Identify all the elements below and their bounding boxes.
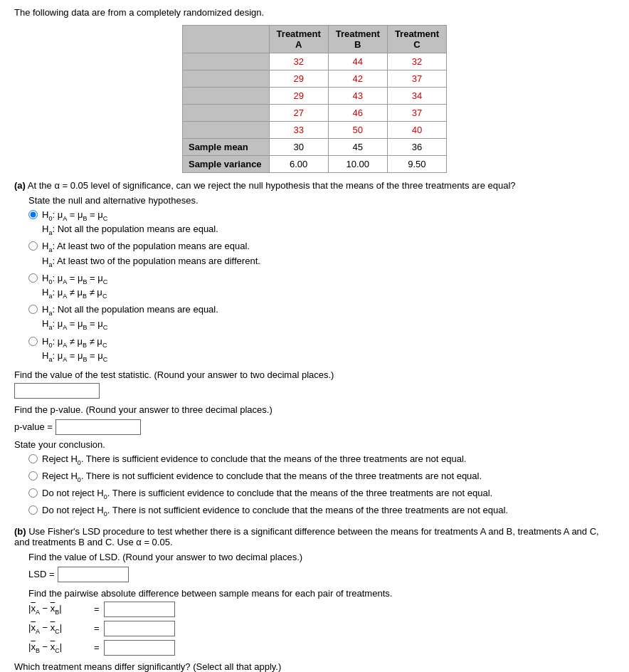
conclusion-radio-2[interactable] (28, 471, 38, 481)
col-header-c: TreatmentC (387, 26, 446, 53)
diff-ab-input[interactable] (104, 602, 175, 617)
hypothesis-option-2: Ha: At least two of the population means… (28, 240, 615, 268)
data-cell-1-0: 29 (269, 70, 328, 88)
conclusion-option-3: Do not reject H0. There is sufficient ev… (28, 487, 615, 501)
sample-variance-2: 9.50 (387, 156, 446, 173)
hypotheses-radio-group: H0: μA = μB = μC Ha: Not all the populat… (28, 209, 615, 364)
part-b-question: (b) Use Fisher's LSD procedure to test w… (14, 526, 615, 547)
sample-mean-1: 45 (328, 139, 387, 156)
data-cell-0-1: 44 (328, 53, 387, 70)
conclusion-option-2: Reject H0. There is not sufficient evide… (28, 470, 615, 484)
part-a-section: (a) At the α = 0.05 level of significanc… (14, 180, 615, 519)
hypothesis-option-3: H0: μA = μB = μC Ha: μA ≠ μB ≠ μC (28, 272, 615, 300)
data-cell-4-2: 40 (387, 122, 446, 139)
conclusion-radio-group: Reject H0. There is sufficient evidence … (28, 453, 615, 519)
sample-mean-0: 30 (269, 139, 328, 156)
state-hypotheses-label: State the null and alternative hypothese… (28, 195, 615, 206)
row-label-2 (182, 88, 269, 105)
find-pairwise-label: Find the pairwise absolute difference be… (28, 588, 615, 599)
diff-ac-row: |xA − xC| = (28, 621, 615, 636)
row-label-0 (182, 53, 269, 70)
diff-bc-label: |xB − xC| (28, 641, 85, 654)
sample-variance-label: Sample variance (182, 156, 269, 173)
hypothesis-radio-4[interactable] (28, 305, 38, 314)
data-table: TreatmentA TreatmentB TreatmentC 3244322… (182, 25, 447, 173)
data-cell-4-0: 33 (269, 122, 328, 139)
data-cell-2-0: 29 (269, 88, 328, 105)
hypothesis-radio-3[interactable] (28, 273, 38, 283)
lsd-label: LSD = (28, 569, 55, 579)
hypothesis-radio-5[interactable] (28, 337, 38, 346)
hypothesis-option-4: Ha: Not all the population means are equ… (28, 303, 615, 332)
data-cell-3-0: 27 (269, 105, 328, 122)
data-cell-1-1: 42 (328, 70, 387, 88)
conclusion-radio-3[interactable] (28, 488, 38, 498)
hypothesis-radio-2[interactable] (28, 241, 38, 251)
lsd-input[interactable] (58, 567, 129, 582)
state-conclusion-label: State your conclusion. (14, 439, 615, 450)
pvalue-label: p-value = (14, 421, 53, 432)
hypothesis-option-1: H0: μA = μB = μC Ha: Not all the populat… (28, 209, 615, 237)
sample-variance-1: 10.00 (328, 156, 387, 173)
diff-ab-label: |xA − xB| (28, 603, 85, 616)
hypothesis-radio-1[interactable] (28, 210, 38, 219)
col-header-b: TreatmentB (328, 26, 387, 53)
part-b-section: (b) Use Fisher's LSD procedure to test w… (14, 526, 615, 672)
conclusion-option-4: Do not reject H0. There is not sufficien… (28, 504, 615, 518)
diff-ac-label: |xA − xC| (28, 622, 85, 635)
data-cell-0-2: 32 (387, 53, 446, 70)
pvalue-row: p-value = (14, 419, 615, 435)
sample-mean-label: Sample mean (182, 139, 269, 156)
sample-variance-0: 6.00 (269, 156, 328, 173)
conclusion-radio-1[interactable] (28, 454, 38, 463)
find-pvalue-label: Find the p-value. (Round your answer to … (14, 404, 615, 415)
row-label-1 (182, 70, 269, 88)
data-cell-3-1: 46 (328, 105, 387, 122)
row-label-4 (182, 122, 269, 139)
data-cell-0-0: 32 (269, 53, 328, 70)
which-differ-label: Which treatment means differ significant… (14, 661, 615, 672)
conclusion-option-1: Reject H0. There is sufficient evidence … (28, 453, 615, 467)
test-statistic-input[interactable] (14, 383, 100, 399)
data-cell-3-2: 37 (387, 105, 446, 122)
col-header-a: TreatmentA (269, 26, 328, 53)
sample-mean-2: 36 (387, 139, 446, 156)
conclusion-radio-4[interactable] (28, 505, 38, 515)
lsd-row: LSD = (28, 567, 615, 582)
data-cell-2-2: 34 (387, 88, 446, 105)
diff-bc-row: |xB − xC| = (28, 640, 615, 656)
data-cell-4-1: 50 (328, 122, 387, 139)
row-label-3 (182, 105, 269, 122)
diff-bc-input[interactable] (104, 640, 175, 656)
diff-ac-input[interactable] (104, 621, 175, 636)
intro-text: The following data are from a completely… (14, 7, 615, 18)
diff-ab-row: |xA − xB| = (28, 602, 615, 617)
data-cell-1-2: 37 (387, 70, 446, 88)
hypothesis-option-5: H0: μA ≠ μB ≠ μC Ha: μA = μB = μC (28, 335, 615, 364)
pvalue-input[interactable] (56, 419, 141, 435)
find-stat-label: Find the value of the test statistic. (R… (14, 369, 615, 380)
data-cell-2-1: 43 (328, 88, 387, 105)
find-lsd-label: Find the value of LSD. (Round your answe… (28, 552, 615, 562)
part-a-question: (a) At the α = 0.05 level of significanc… (14, 180, 615, 191)
